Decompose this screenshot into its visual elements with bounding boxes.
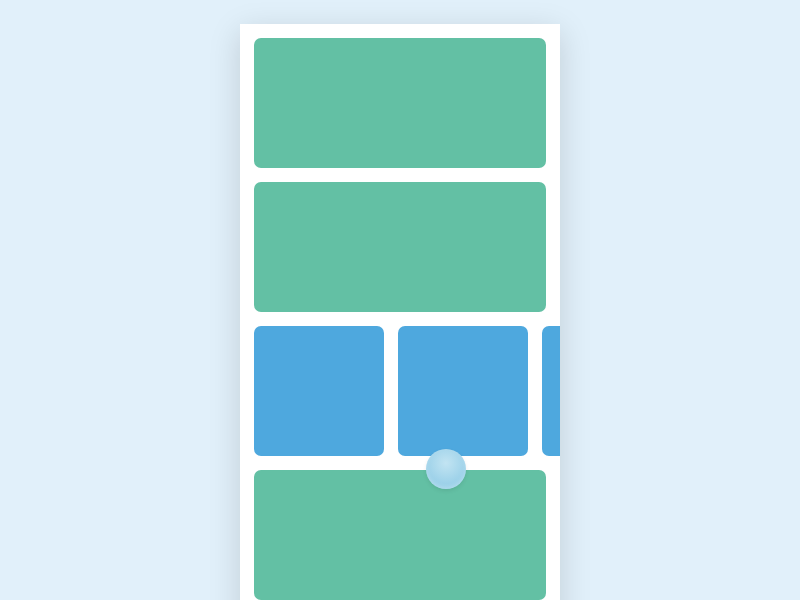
content-card[interactable]: [254, 38, 546, 168]
tile-item[interactable]: [398, 326, 528, 456]
horizontal-scroll-row[interactable]: [254, 326, 560, 456]
device-frame: [240, 24, 560, 600]
content-card[interactable]: [254, 470, 546, 600]
tile-item[interactable]: [542, 326, 560, 456]
tile-item[interactable]: [254, 326, 384, 456]
content-card[interactable]: [254, 182, 546, 312]
